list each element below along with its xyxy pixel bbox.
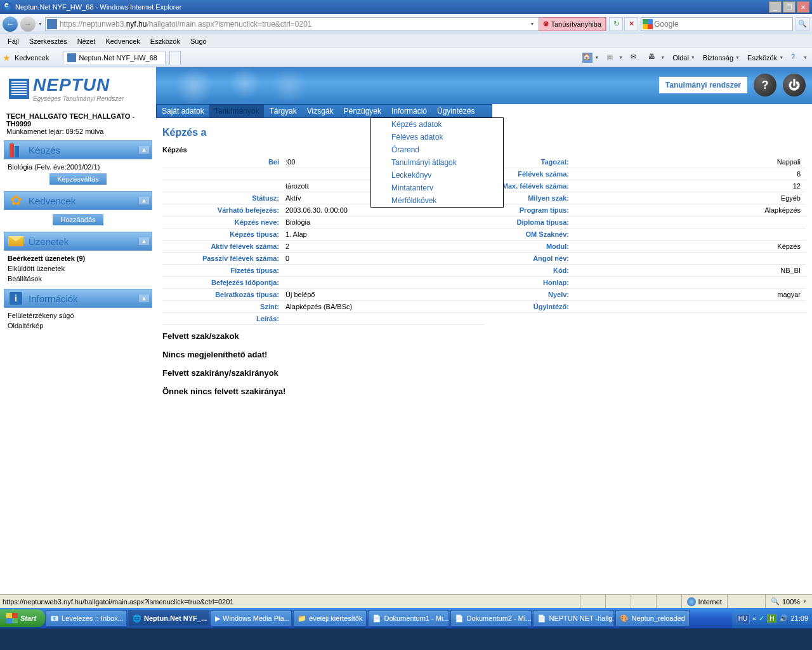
inbox-link[interactable]: Beérkezett üzenetek (9) (8, 253, 148, 263)
menu-studies[interactable]: Tanulmányok (209, 105, 265, 117)
minimize-button[interactable]: _ (769, 1, 782, 13)
field-value: 0 (283, 255, 484, 262)
menu-view[interactable]: Nézet (72, 36, 101, 46)
cert-error-button[interactable]: ⊗ Tanúsítványhiba (539, 17, 606, 31)
stop-button[interactable]: ✕ (624, 17, 638, 31)
dd-semester-data[interactable]: Féléves adatok (371, 131, 503, 143)
field-label: Honlap: (484, 279, 573, 286)
protected-mode[interactable] (727, 595, 765, 608)
menu-favorites[interactable]: Kedvencek (100, 36, 145, 46)
print-button[interactable]: 🖶▼ (646, 53, 667, 63)
search-box[interactable] (641, 17, 793, 31)
menu-exams[interactable]: Vizsgák (302, 105, 339, 117)
google-icon (643, 19, 653, 29)
info-icon: i (10, 292, 22, 305)
new-tab-button[interactable] (169, 51, 181, 65)
field-label: Leírás: (162, 315, 283, 322)
safety-menu[interactable]: Biztonság▼ (701, 54, 742, 62)
home-icon: 🏠 (582, 53, 593, 63)
field-label: Bei (162, 158, 283, 166)
clock[interactable]: 21:09 (790, 614, 808, 622)
task-folder[interactable]: 📁éveleji kiértesítők (293, 610, 367, 627)
menu-edit[interactable]: Szerkesztés (24, 36, 72, 46)
field-label: Szint: (162, 303, 283, 310)
field-value: magyar (573, 291, 806, 298)
task-wmp[interactable]: ▶Windows Media Pla... (211, 610, 292, 627)
menu-finances[interactable]: Pénzügyek (339, 105, 386, 117)
tools-menu[interactable]: Eszközök▼ (745, 54, 785, 62)
maximize-button[interactable]: ❐ (783, 1, 796, 13)
menu-tools[interactable]: Eszközök (145, 36, 185, 46)
task-doc3[interactable]: 📄NEPTUN NET -hallg... (533, 610, 614, 627)
browser-tab[interactable]: Neptun.Net NYF_HW_68 (63, 51, 166, 64)
language-indicator[interactable]: HU (736, 614, 750, 623)
help-round-button[interactable]: ? (754, 74, 776, 96)
sidebar: NEPTUN Egységes Tanulmányi Rendszer TECH… (0, 67, 156, 593)
sitemap-link[interactable]: Oldaltérkép (8, 321, 148, 331)
data-row: Tagozat:Nappali (484, 156, 806, 168)
task-outlook[interactable]: 📧Levelezés :: Inbox... (46, 610, 127, 627)
field-value: 1. Alap (283, 230, 484, 238)
search-go-button[interactable]: 🔍 (796, 17, 809, 31)
sidebar-messages: Üzenetek ▲ Beérkezett üzenetek (9) Elkül… (4, 232, 152, 286)
browser-menubar: Fájl Szerkesztés Nézet Kedvencek Eszközö… (0, 34, 812, 48)
mail-button[interactable]: ✉ (629, 53, 643, 63)
dd-gradebook[interactable]: Leckekönyv (371, 169, 503, 182)
sidebar-info: i Információk ▲ Felületérzékeny súgó Old… (4, 289, 152, 333)
menu-administration[interactable]: Ügyintézés (432, 105, 480, 117)
feeds-button[interactable]: ▣▼ (605, 53, 625, 63)
back-button[interactable]: ← (3, 17, 18, 32)
collapse-icon[interactable]: ▲ (139, 197, 149, 204)
menu-file[interactable]: Fájl (3, 36, 24, 46)
address-bar[interactable]: https://neptunweb3.nyf.hu/hallgatoi/main… (45, 17, 606, 31)
favorites-star-icon[interactable]: ★ (3, 53, 11, 63)
url-dropdown-icon[interactable]: ▼ (528, 22, 537, 26)
menu-help[interactable]: Súgó (185, 36, 212, 46)
logout-button[interactable]: ⏻ (783, 74, 806, 96)
tray-icon[interactable]: « (752, 614, 756, 622)
task-doc2[interactable]: 📄Dokumentum2 - Mi... (450, 610, 532, 627)
system-tray[interactable]: HU « ✓ H 🔊 21:09 (732, 608, 812, 628)
task-doc1[interactable]: 📄Dokumentum1 - Mi... (368, 610, 449, 627)
add-favorite-button[interactable]: Hozzáadás (53, 214, 103, 225)
menu-own-data[interactable]: Saját adatok (157, 105, 209, 117)
task-paint[interactable]: 🎨Neptun_reloaded (615, 610, 689, 627)
context-help-link[interactable]: Felületérzékeny súgó (8, 310, 148, 321)
security-zone[interactable]: Internet (681, 595, 727, 608)
close-button[interactable]: ✕ (797, 1, 809, 13)
tray-icon[interactable]: ✓ (759, 614, 764, 623)
dd-averages[interactable]: Tanulmányi átlagok (371, 156, 503, 169)
dd-training-data[interactable]: Képzés adatok (371, 118, 503, 131)
tray-icon[interactable]: 🔊 (779, 614, 788, 623)
home-button[interactable]: 🏠▼ (580, 53, 601, 63)
status-cell (656, 595, 681, 608)
app-icon: ▶ (215, 614, 220, 623)
messages-icon (8, 236, 23, 246)
search-input[interactable] (654, 20, 792, 29)
refresh-button[interactable]: ↻ (609, 17, 623, 31)
forward-button[interactable]: → (20, 17, 36, 32)
help-button[interactable]: ?▼ (789, 53, 809, 63)
tray-icon[interactable]: H (767, 614, 776, 623)
settings-link[interactable]: Beállítások (8, 274, 148, 284)
field-value: 12 (573, 182, 806, 190)
collapse-icon[interactable]: ▲ (139, 146, 149, 154)
dd-curriculum[interactable]: Mintatanterv (371, 182, 503, 194)
task-neptun[interactable]: 🌐Neptun.Net NYF_... (128, 610, 209, 627)
collapse-icon[interactable]: ▲ (139, 237, 149, 245)
page-menu[interactable]: Oldal▼ (671, 54, 697, 62)
collapse-icon[interactable]: ▲ (139, 295, 149, 302)
menu-information[interactable]: Információ (386, 105, 432, 117)
dd-milestones[interactable]: Mérföldkövek (371, 194, 503, 207)
nav-history-dropdown[interactable]: ▼ (38, 22, 43, 26)
zoom-control[interactable]: 🔍100%▼ (765, 595, 812, 608)
start-button[interactable]: Start (0, 609, 45, 627)
menu-subjects[interactable]: Tárgyak (264, 105, 301, 117)
favorites-label[interactable]: Kedvencek (15, 54, 49, 62)
help-icon: ? (791, 53, 801, 63)
dd-schedule[interactable]: Órarend (371, 143, 503, 156)
field-label: Diploma típusa: (484, 218, 573, 226)
sent-link[interactable]: Elküldött üzenetek (8, 263, 148, 274)
browser-tabbar: ★ Kedvencek Neptun.Net NYF_HW_68 🏠▼ ▣▼ ✉… (0, 48, 812, 67)
switch-training-button[interactable]: Képzésváltás (49, 173, 106, 185)
